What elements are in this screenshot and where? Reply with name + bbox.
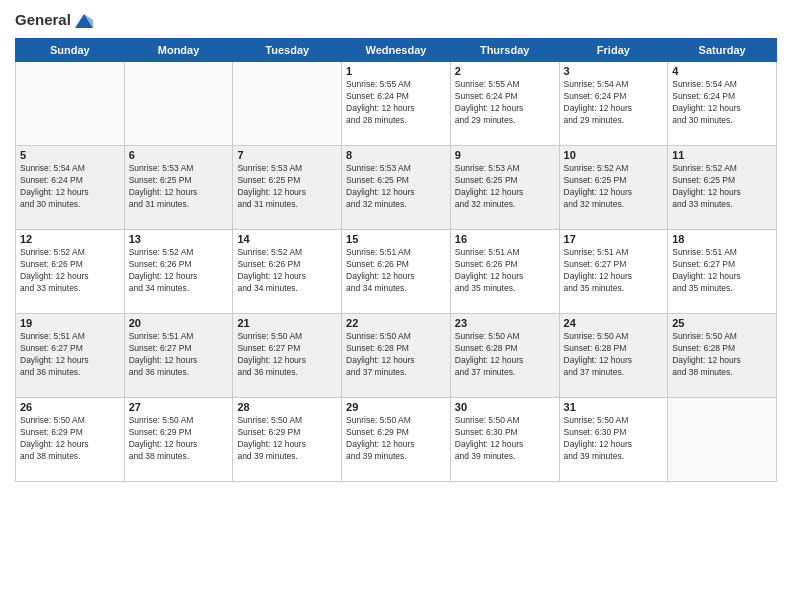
day-number: 21 <box>237 317 337 329</box>
calendar-cell: 26Sunrise: 5:50 AM Sunset: 6:29 PM Dayli… <box>16 398 125 482</box>
logo: General <box>15 10 95 32</box>
day-info: Sunrise: 5:51 AM Sunset: 6:26 PM Dayligh… <box>346 247 446 295</box>
calendar-cell <box>233 62 342 146</box>
day-info: Sunrise: 5:50 AM Sunset: 6:29 PM Dayligh… <box>20 415 120 463</box>
weekday-header-wednesday: Wednesday <box>342 39 451 62</box>
calendar-cell: 24Sunrise: 5:50 AM Sunset: 6:28 PM Dayli… <box>559 314 668 398</box>
day-info: Sunrise: 5:50 AM Sunset: 6:28 PM Dayligh… <box>672 331 772 379</box>
calendar-cell: 27Sunrise: 5:50 AM Sunset: 6:29 PM Dayli… <box>124 398 233 482</box>
weekday-header-saturday: Saturday <box>668 39 777 62</box>
calendar-cell: 14Sunrise: 5:52 AM Sunset: 6:26 PM Dayli… <box>233 230 342 314</box>
calendar-cell: 13Sunrise: 5:52 AM Sunset: 6:26 PM Dayli… <box>124 230 233 314</box>
day-number: 20 <box>129 317 229 329</box>
calendar-week-1: 1Sunrise: 5:55 AM Sunset: 6:24 PM Daylig… <box>16 62 777 146</box>
day-info: Sunrise: 5:54 AM Sunset: 6:24 PM Dayligh… <box>564 79 664 127</box>
day-number: 19 <box>20 317 120 329</box>
calendar-table: SundayMondayTuesdayWednesdayThursdayFrid… <box>15 38 777 482</box>
calendar-cell <box>16 62 125 146</box>
calendar-cell: 19Sunrise: 5:51 AM Sunset: 6:27 PM Dayli… <box>16 314 125 398</box>
day-info: Sunrise: 5:50 AM Sunset: 6:29 PM Dayligh… <box>129 415 229 463</box>
day-number: 9 <box>455 149 555 161</box>
calendar-cell: 6Sunrise: 5:53 AM Sunset: 6:25 PM Daylig… <box>124 146 233 230</box>
day-number: 23 <box>455 317 555 329</box>
calendar-cell: 1Sunrise: 5:55 AM Sunset: 6:24 PM Daylig… <box>342 62 451 146</box>
day-info: Sunrise: 5:51 AM Sunset: 6:27 PM Dayligh… <box>564 247 664 295</box>
day-number: 25 <box>672 317 772 329</box>
day-info: Sunrise: 5:50 AM Sunset: 6:30 PM Dayligh… <box>455 415 555 463</box>
day-number: 27 <box>129 401 229 413</box>
calendar-cell: 9Sunrise: 5:53 AM Sunset: 6:25 PM Daylig… <box>450 146 559 230</box>
calendar-cell: 21Sunrise: 5:50 AM Sunset: 6:27 PM Dayli… <box>233 314 342 398</box>
day-info: Sunrise: 5:51 AM Sunset: 6:27 PM Dayligh… <box>672 247 772 295</box>
day-number: 11 <box>672 149 772 161</box>
day-number: 6 <box>129 149 229 161</box>
calendar-cell: 7Sunrise: 5:53 AM Sunset: 6:25 PM Daylig… <box>233 146 342 230</box>
calendar-cell: 12Sunrise: 5:52 AM Sunset: 6:26 PM Dayli… <box>16 230 125 314</box>
day-info: Sunrise: 5:51 AM Sunset: 6:27 PM Dayligh… <box>129 331 229 379</box>
day-number: 12 <box>20 233 120 245</box>
day-number: 16 <box>455 233 555 245</box>
day-number: 22 <box>346 317 446 329</box>
weekday-header-friday: Friday <box>559 39 668 62</box>
calendar-body: 1Sunrise: 5:55 AM Sunset: 6:24 PM Daylig… <box>16 62 777 482</box>
day-number: 14 <box>237 233 337 245</box>
day-number: 29 <box>346 401 446 413</box>
calendar-cell: 16Sunrise: 5:51 AM Sunset: 6:26 PM Dayli… <box>450 230 559 314</box>
calendar-cell: 10Sunrise: 5:52 AM Sunset: 6:25 PM Dayli… <box>559 146 668 230</box>
day-info: Sunrise: 5:55 AM Sunset: 6:24 PM Dayligh… <box>455 79 555 127</box>
calendar-cell: 23Sunrise: 5:50 AM Sunset: 6:28 PM Dayli… <box>450 314 559 398</box>
day-info: Sunrise: 5:52 AM Sunset: 6:26 PM Dayligh… <box>237 247 337 295</box>
day-info: Sunrise: 5:54 AM Sunset: 6:24 PM Dayligh… <box>20 163 120 211</box>
day-info: Sunrise: 5:53 AM Sunset: 6:25 PM Dayligh… <box>129 163 229 211</box>
day-number: 28 <box>237 401 337 413</box>
day-number: 18 <box>672 233 772 245</box>
calendar-cell: 29Sunrise: 5:50 AM Sunset: 6:29 PM Dayli… <box>342 398 451 482</box>
day-info: Sunrise: 5:53 AM Sunset: 6:25 PM Dayligh… <box>346 163 446 211</box>
calendar-cell: 20Sunrise: 5:51 AM Sunset: 6:27 PM Dayli… <box>124 314 233 398</box>
day-number: 8 <box>346 149 446 161</box>
day-info: Sunrise: 5:53 AM Sunset: 6:25 PM Dayligh… <box>237 163 337 211</box>
calendar-cell: 2Sunrise: 5:55 AM Sunset: 6:24 PM Daylig… <box>450 62 559 146</box>
weekday-header-thursday: Thursday <box>450 39 559 62</box>
day-info: Sunrise: 5:51 AM Sunset: 6:26 PM Dayligh… <box>455 247 555 295</box>
calendar-week-3: 12Sunrise: 5:52 AM Sunset: 6:26 PM Dayli… <box>16 230 777 314</box>
day-info: Sunrise: 5:52 AM Sunset: 6:26 PM Dayligh… <box>20 247 120 295</box>
calendar-week-2: 5Sunrise: 5:54 AM Sunset: 6:24 PM Daylig… <box>16 146 777 230</box>
day-info: Sunrise: 5:52 AM Sunset: 6:25 PM Dayligh… <box>564 163 664 211</box>
day-number: 2 <box>455 65 555 77</box>
calendar-cell: 28Sunrise: 5:50 AM Sunset: 6:29 PM Dayli… <box>233 398 342 482</box>
logo-icon <box>73 10 95 32</box>
day-number: 15 <box>346 233 446 245</box>
day-info: Sunrise: 5:51 AM Sunset: 6:27 PM Dayligh… <box>20 331 120 379</box>
day-number: 31 <box>564 401 664 413</box>
day-info: Sunrise: 5:50 AM Sunset: 6:29 PM Dayligh… <box>346 415 446 463</box>
weekday-header-tuesday: Tuesday <box>233 39 342 62</box>
day-number: 1 <box>346 65 446 77</box>
calendar-cell: 8Sunrise: 5:53 AM Sunset: 6:25 PM Daylig… <box>342 146 451 230</box>
calendar-cell: 4Sunrise: 5:54 AM Sunset: 6:24 PM Daylig… <box>668 62 777 146</box>
day-info: Sunrise: 5:53 AM Sunset: 6:25 PM Dayligh… <box>455 163 555 211</box>
day-info: Sunrise: 5:50 AM Sunset: 6:27 PM Dayligh… <box>237 331 337 379</box>
calendar-cell: 5Sunrise: 5:54 AM Sunset: 6:24 PM Daylig… <box>16 146 125 230</box>
header: General <box>15 10 777 32</box>
day-number: 17 <box>564 233 664 245</box>
calendar-cell <box>124 62 233 146</box>
day-info: Sunrise: 5:54 AM Sunset: 6:24 PM Dayligh… <box>672 79 772 127</box>
day-number: 13 <box>129 233 229 245</box>
calendar-cell: 22Sunrise: 5:50 AM Sunset: 6:28 PM Dayli… <box>342 314 451 398</box>
day-info: Sunrise: 5:52 AM Sunset: 6:26 PM Dayligh… <box>129 247 229 295</box>
day-info: Sunrise: 5:50 AM Sunset: 6:28 PM Dayligh… <box>455 331 555 379</box>
calendar-cell: 15Sunrise: 5:51 AM Sunset: 6:26 PM Dayli… <box>342 230 451 314</box>
page-container: General SundayMondayTuesdayWednesdayThur… <box>0 0 792 492</box>
logo-text: General <box>15 10 95 32</box>
day-info: Sunrise: 5:50 AM Sunset: 6:28 PM Dayligh… <box>564 331 664 379</box>
day-number: 26 <box>20 401 120 413</box>
day-info: Sunrise: 5:50 AM Sunset: 6:28 PM Dayligh… <box>346 331 446 379</box>
day-number: 7 <box>237 149 337 161</box>
weekday-header-monday: Monday <box>124 39 233 62</box>
calendar-cell: 11Sunrise: 5:52 AM Sunset: 6:25 PM Dayli… <box>668 146 777 230</box>
weekday-header-sunday: Sunday <box>16 39 125 62</box>
day-number: 4 <box>672 65 772 77</box>
day-number: 30 <box>455 401 555 413</box>
day-info: Sunrise: 5:52 AM Sunset: 6:25 PM Dayligh… <box>672 163 772 211</box>
